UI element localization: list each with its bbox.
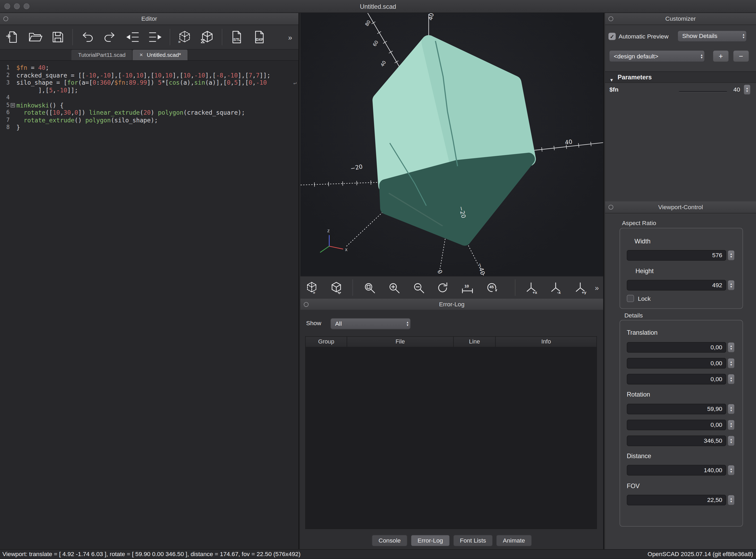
width-spinbox[interactable]: 576 [627, 250, 726, 261]
panel-float-icon[interactable] [3, 17, 8, 21]
editor-panel: Editor [0, 13, 299, 549]
aspect-ratio-groupbox: Width 576 Height 492 Lock [620, 228, 743, 309]
fn-spinbox[interactable]: 40 [723, 84, 740, 95]
line-number [0, 87, 9, 94]
axis-tick-label: 40 [379, 60, 387, 67]
code-editor[interactable]: 1$fn = 40;2cracked_square = [[-10,-10],[… [0, 61, 299, 549]
column-header-group[interactable]: Group [306, 337, 347, 347]
parameters-section-header[interactable]: Parameters [605, 71, 756, 83]
column-header-line[interactable]: Line [454, 337, 496, 347]
line-wrap-icon [293, 79, 298, 87]
render-button[interactable] [197, 26, 218, 48]
stepper-icon[interactable] [728, 280, 734, 290]
preview-button[interactable]: » [174, 26, 195, 48]
line-number: 1 [0, 64, 9, 71]
axis-tick [578, 143, 579, 147]
reset-view-button[interactable] [433, 277, 453, 298]
view-all-button[interactable] [360, 277, 380, 298]
code-text: rotate([10,30,0]) linear_extrude(20) pol… [17, 109, 245, 116]
viewport-3d[interactable]: 4080604040−20−20−400 z x [300, 13, 603, 276]
undo-button[interactable] [77, 26, 98, 48]
toolbar-separator [222, 29, 222, 45]
toolbar-separator [515, 280, 515, 296]
tab-error-log[interactable]: Error-Log [411, 535, 450, 546]
view-minus-x-button[interactable]: -x [546, 277, 567, 298]
measure-distance-button[interactable]: 10 [457, 277, 478, 298]
code-line: 4 [0, 94, 299, 102]
rotation-y-spinbox[interactable]: 0,00 [627, 420, 726, 430]
toolbar-separator [72, 29, 73, 45]
stepper-icon[interactable] [728, 495, 734, 505]
render-button[interactable] [326, 277, 346, 298]
axis-tick [372, 22, 375, 24]
translation-z-spinbox[interactable]: 0,00 [627, 374, 726, 384]
titlebar: Untitled.scad [0, 0, 756, 13]
translation-x-spinbox[interactable]: 0,00 [627, 342, 726, 353]
tab-untitled[interactable]: × Untitled.scad* [133, 50, 188, 60]
preset-select[interactable]: <design default> [609, 50, 705, 62]
add-preset-button[interactable]: + [713, 50, 729, 62]
measure-10-glyph: 10 [464, 284, 469, 288]
indent-button[interactable] [145, 26, 166, 48]
viewport-canvas[interactable]: 4080604040−20−20−400 z x [300, 13, 603, 276]
view-plus-y-button[interactable]: +y [570, 277, 591, 298]
detail-level-select[interactable]: Show Details [677, 30, 747, 42]
view-plus-x-button[interactable]: +x [521, 277, 542, 298]
rotation-x-spinbox[interactable]: 59,90 [627, 404, 726, 414]
stepper-icon[interactable] [728, 420, 734, 430]
lock-aspect-checkbox[interactable] [627, 295, 634, 302]
viewport-toolbar-overflow-button[interactable]: » [595, 284, 603, 292]
tab-animate[interactable]: Animate [496, 535, 532, 546]
tab-console[interactable]: Console [372, 535, 408, 546]
y-axis-line [320, 246, 329, 252]
line-number: 5 [0, 102, 9, 109]
tab-close-icon[interactable]: × [139, 51, 143, 58]
translation-y-spinbox[interactable]: 0,00 [627, 358, 726, 369]
toolbar-overflow-button[interactable]: » [288, 33, 297, 41]
editor-panel-header: Editor [0, 13, 299, 25]
new-file-button[interactable] [2, 26, 23, 48]
status-viewport-info: Viewport: translate = [ 4.92 -1.74 6.03 … [2, 551, 300, 557]
unindent-button[interactable] [122, 26, 143, 48]
export-stl-button[interactable]: STL [226, 26, 247, 48]
code-line: 6 rotate([10,30,0]) linear_extrude(20) p… [0, 109, 299, 116]
redo-button[interactable] [99, 26, 121, 48]
stepper-icon[interactable] [728, 250, 734, 260]
stepper-icon[interactable] [728, 404, 734, 414]
remove-preset-button[interactable]: − [733, 50, 749, 62]
automatic-preview-checkbox[interactable] [609, 32, 616, 40]
column-header-file[interactable]: File [347, 337, 454, 347]
stepper-icon[interactable] [728, 465, 734, 475]
error-log-body: Show All Group File Line Info Console [300, 310, 603, 549]
distance-spinbox[interactable]: 140,00 [627, 465, 726, 476]
zoom-in-button[interactable] [384, 277, 405, 298]
stepper-icon[interactable] [728, 374, 734, 384]
panel-float-icon[interactable] [609, 17, 613, 21]
save-file-button[interactable] [47, 26, 68, 48]
fold-marker-icon[interactable] [10, 103, 15, 107]
panel-float-icon[interactable] [304, 302, 308, 307]
status-bar: Viewport: translate = [ 4.92 -1.74 6.03 … [0, 549, 756, 559]
error-log-rows[interactable] [306, 348, 596, 529]
code-line: 5minkowski() { [0, 102, 299, 109]
preview-button[interactable]: » [301, 277, 322, 298]
height-spinbox[interactable]: 492 [627, 280, 726, 291]
fn-slider[interactable] [679, 91, 727, 92]
log-filter-select[interactable]: All [330, 318, 411, 330]
column-header-info[interactable]: Info [496, 337, 596, 347]
stepper-icon[interactable] [728, 436, 734, 446]
rotation-z-spinbox[interactable]: 346,50 [627, 435, 726, 446]
tab-tutorialpart11[interactable]: TutorialPart11.scad [71, 50, 133, 60]
tab-font-lists[interactable]: Font Lists [453, 535, 493, 546]
stepper-icon[interactable] [728, 343, 734, 352]
fov-spinbox[interactable]: 22,50 [627, 495, 726, 506]
axis-tick-label: −40 [477, 262, 487, 275]
zoom-out-button[interactable] [408, 277, 429, 298]
stepper-icon[interactable] [728, 358, 734, 368]
export-dxf-button[interactable]: DXF [249, 26, 270, 48]
panel-float-icon[interactable] [609, 205, 613, 209]
collapse-icon [609, 74, 613, 83]
open-file-button[interactable] [25, 26, 46, 48]
stepper-icon[interactable] [744, 85, 751, 94]
measure-angle-button[interactable]: 45 [481, 277, 502, 298]
